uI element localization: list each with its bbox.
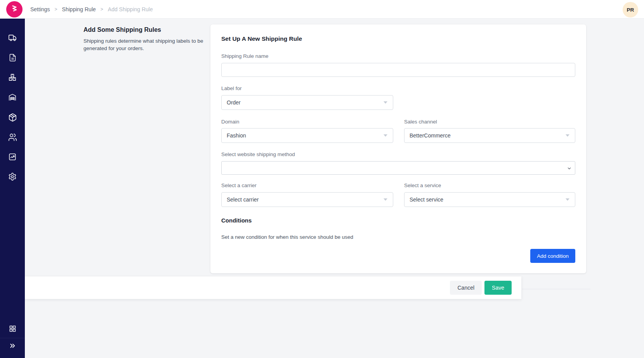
footer-divider (522, 289, 590, 289)
top-bar: Settings > Shipping Rule > Add Shipping … (0, 0, 644, 19)
add-condition-button[interactable]: Add condition (530, 249, 575, 263)
intro-title: Add Some Shipping Rules (83, 26, 205, 33)
sidebar-item-warehouse[interactable] (0, 92, 25, 102)
breadcrumb: Settings > Shipping Rule > Add Shipping … (30, 0, 153, 19)
package-icon (8, 113, 17, 122)
users-icon (8, 133, 17, 142)
warehouse-icon (8, 93, 17, 101)
form-action-bar: Cancel Save (25, 276, 521, 299)
service-select[interactable]: Select service (404, 192, 575, 207)
shipping-rule-name-label: Shipping Rule name (221, 53, 269, 59)
service-value: Select service (410, 196, 443, 203)
boxes-icon (8, 73, 17, 82)
carrier-value: Select carrier (227, 196, 259, 203)
shipping-rule-name-input[interactable] (221, 63, 575, 77)
chevron-down-icon (384, 198, 387, 201)
sidebar-item-apps[interactable] (0, 323, 25, 334)
sidebar-item-settings[interactable] (0, 172, 25, 182)
sales-channel-value: BetterCommerce (410, 132, 451, 139)
gear-icon (8, 172, 17, 181)
grid-icon (9, 325, 17, 333)
brand-zigzag-icon (9, 3, 19, 15)
breadcrumb-separator-icon: > (55, 7, 57, 12)
user-avatar[interactable]: PR (623, 2, 638, 17)
chevron-down-icon (566, 134, 569, 137)
cancel-button[interactable]: Cancel (450, 281, 482, 295)
sales-channel-label: Sales channel (404, 119, 437, 125)
breadcrumb-add-shipping-rule: Add Shipping Rule (108, 6, 153, 12)
double-chevron-right-icon (9, 342, 16, 349)
brand-logo[interactable] (6, 1, 23, 17)
domain-label: Domain (221, 119, 240, 125)
chevron-down-icon (384, 101, 387, 104)
sidebar-item-shipments[interactable] (0, 33, 25, 43)
breadcrumb-settings[interactable]: Settings (30, 6, 50, 12)
chart-icon (8, 153, 17, 161)
select-chevron-icon (567, 166, 571, 170)
website-shipping-method-label: Select website shipping method (221, 151, 295, 157)
intro-section: Add Some Shipping Rules Shipping rules d… (83, 26, 205, 52)
label-for-select[interactable]: Order (221, 95, 393, 110)
sidebar-item-customers[interactable] (0, 132, 25, 142)
label-for-value: Order (227, 99, 241, 106)
save-button[interactable]: Save (484, 281, 512, 295)
conditions-title: Conditions (221, 217, 252, 224)
sidebar-expand-button[interactable] (0, 341, 25, 351)
carrier-select[interactable]: Select carrier (221, 192, 393, 207)
intro-description: Shipping rules determine what shipping l… (83, 38, 205, 52)
chevron-down-icon (566, 198, 569, 201)
website-shipping-method-select[interactable] (221, 161, 575, 175)
sidebar-item-products[interactable] (0, 112, 25, 122)
file-icon (9, 54, 17, 62)
label-for-label: Label for (221, 85, 242, 91)
sidebar-item-documents[interactable] (0, 52, 25, 63)
sidebar-item-inventory[interactable] (0, 72, 25, 82)
carrier-label: Select a carrier (221, 182, 257, 188)
domain-select[interactable]: Fashion (221, 128, 393, 143)
form-title: Set Up A New Shipping Rule (221, 35, 302, 42)
breadcrumb-shipping-rule[interactable]: Shipping Rule (62, 6, 96, 12)
sales-channel-select[interactable]: BetterCommerce (404, 128, 575, 143)
truck-icon (8, 33, 17, 42)
domain-value: Fashion (227, 132, 246, 139)
service-label: Select a service (404, 182, 441, 188)
shipping-rule-form-card: Set Up A New Shipping Rule Shipping Rule… (210, 24, 586, 273)
sidebar-nav (0, 19, 25, 358)
breadcrumb-separator-icon: > (101, 7, 103, 12)
sidebar-item-analytics[interactable] (0, 152, 25, 162)
conditions-hint: Set a new condition for when this servic… (221, 234, 353, 240)
chevron-down-icon (384, 134, 387, 137)
